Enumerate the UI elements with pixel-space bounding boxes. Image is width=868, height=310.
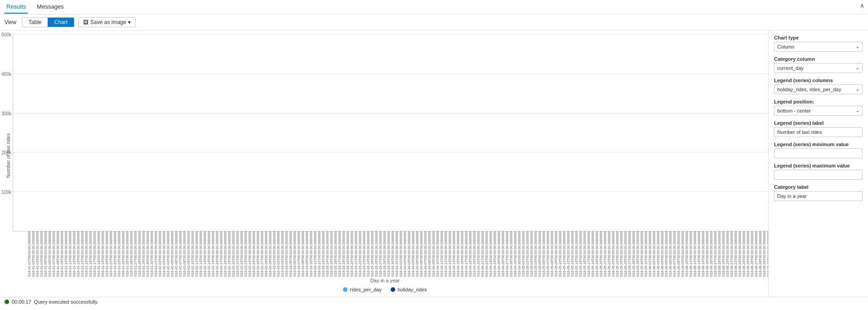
x-axis-label: 2016-05-25T00:00:00.0000000 bbox=[619, 231, 623, 277]
legend-position-select[interactable]: bottom - center top - center left - cent… bbox=[774, 106, 863, 116]
x-axis-label: 2016-06-01T00:00:00.0000000 bbox=[648, 231, 652, 277]
x-axis-label: 2016-05-10T00:00:00.0000000 bbox=[558, 231, 562, 277]
dropdown-arrow-icon: ▾ bbox=[128, 19, 131, 25]
x-axis-label: 2016-06-06T00:00:00.0000000 bbox=[668, 231, 672, 277]
x-axis-label: 2016-06-30T00:00:00.0000000 bbox=[766, 231, 768, 277]
status-time: 00:00:17 bbox=[12, 299, 31, 305]
x-axis-label: 2016-03-21T00:00:00.0000000 bbox=[354, 231, 358, 277]
x-axis-label: 2016-01-20T00:00:00.0000000 bbox=[105, 231, 109, 277]
status-dot bbox=[5, 300, 9, 304]
x-axis-label: 2016-02-04T00:00:00.0000000 bbox=[166, 231, 170, 277]
x-axis-label: 2016-04-23T00:00:00.0000000 bbox=[489, 231, 493, 277]
x-axis-label: 2016-02-06T00:00:00.0000000 bbox=[174, 231, 178, 277]
tab-bar: Results Messages ∧ bbox=[0, 0, 868, 15]
x-axis-label: 2016-04-03T00:00:00.0000000 bbox=[407, 231, 411, 277]
x-axis-label: 2016-01-26T00:00:00.0000000 bbox=[129, 231, 133, 277]
x-axis-label: 2016-05-04T00:00:00.0000000 bbox=[534, 231, 538, 277]
x-axis-label: 2016-04-24T00:00:00.0000000 bbox=[493, 231, 497, 277]
legend-series-columns-select[interactable]: holiday_rides, rides_per_day bbox=[774, 84, 863, 94]
x-axis-label: 2016-01-13T00:00:00.0000000 bbox=[76, 231, 80, 277]
legend-series-label-label: Legend (series) label bbox=[774, 120, 863, 126]
x-axis-label: 2016-03-03T00:00:00.0000000 bbox=[280, 231, 284, 277]
category-column-select[interactable]: current_day bbox=[774, 63, 863, 73]
x-axis-label: 2016-05-03T00:00:00.0000000 bbox=[530, 231, 534, 277]
x-axis-label: 2016-04-07T00:00:00.0000000 bbox=[423, 231, 427, 277]
legend-min-field: Legend (series) minimum value bbox=[774, 142, 863, 158]
x-axis-label: 2016-04-11T00:00:00.0000000 bbox=[440, 231, 444, 277]
legend-dot-holiday bbox=[391, 287, 395, 292]
x-axis-label: 2016-03-19T00:00:00.0000000 bbox=[346, 231, 350, 277]
legend-series-columns-field: Legend (series) columns holiday_rides, r… bbox=[774, 78, 863, 94]
x-axis-label: 2016-05-31T00:00:00.0000000 bbox=[644, 231, 648, 277]
status-message: Query executed successfully. bbox=[34, 299, 98, 305]
x-axis-label: 2016-01-25T00:00:00.0000000 bbox=[125, 231, 129, 277]
x-axis-label: 2016-03-15T00:00:00.0000000 bbox=[329, 231, 333, 277]
x-axis-label: 2016-01-22T00:00:00.0000000 bbox=[113, 231, 117, 277]
chart-plot: 500k 400k 300k 200k bbox=[13, 34, 768, 231]
x-axis-label: 2016-02-20T00:00:00.0000000 bbox=[231, 231, 235, 277]
x-axis-label: 2016-01-12T00:00:00.0000000 bbox=[72, 231, 76, 277]
legend-max-field: Legend (series) maximum value bbox=[774, 163, 863, 180]
x-axis-label: 2016-01-18T00:00:00.0000000 bbox=[97, 231, 101, 277]
category-label-input[interactable] bbox=[774, 191, 863, 201]
x-axis-label: 2016-05-13T00:00:00.0000000 bbox=[570, 231, 574, 277]
category-label-label: Category label bbox=[774, 184, 863, 190]
x-axis-label: 2016-02-15T00:00:00.0000000 bbox=[211, 231, 215, 277]
x-axis-label: 2016-06-15T00:00:00.0000000 bbox=[705, 231, 709, 277]
x-axis-label: 2016-05-05T00:00:00.0000000 bbox=[538, 231, 542, 277]
x-axis-label: 2016-06-09T00:00:00.0000000 bbox=[681, 231, 685, 277]
x-axis-label: 2016-06-24T00:00:00.0000000 bbox=[742, 231, 746, 277]
x-axis-label: 2016-04-14T00:00:00.0000000 bbox=[452, 231, 456, 277]
x-axis-label: 2016-02-02T00:00:00.0000000 bbox=[158, 231, 162, 277]
x-axis-label: 2016-01-01T00:00:00.0000000 bbox=[27, 231, 31, 277]
x-axis-label: 2016-06-29T00:00:00.0000000 bbox=[762, 231, 766, 277]
legend-rides-per-day: rides_per_day bbox=[343, 287, 382, 292]
x-axis-label: 2016-05-16T00:00:00.0000000 bbox=[583, 231, 587, 277]
x-axis-label: 2016-04-09T00:00:00.0000000 bbox=[432, 231, 436, 277]
chart-area: Number of taxi rides 500k 400k bbox=[0, 30, 768, 297]
x-axis-label: 2016-02-12T00:00:00.0000000 bbox=[199, 231, 203, 277]
legend-max-input[interactable] bbox=[774, 170, 863, 180]
x-axis-label: 2016-02-24T00:00:00.0000000 bbox=[248, 231, 252, 277]
x-axis-label: 2016-03-22T00:00:00.0000000 bbox=[358, 231, 362, 277]
x-axis-label: 2016-06-25T00:00:00.0000000 bbox=[746, 231, 750, 277]
table-button[interactable]: Table bbox=[22, 18, 48, 27]
x-axis-label: 2016-01-28T00:00:00.0000000 bbox=[137, 231, 142, 277]
tab-results[interactable]: Results bbox=[5, 0, 28, 14]
chart-type-select[interactable]: Column Bar Line Area Scatter Pie bbox=[774, 42, 863, 52]
legend-position-field: Legend position: bottom - center top - c… bbox=[774, 99, 863, 116]
x-axis-label: 2016-03-01T00:00:00.0000000 bbox=[272, 231, 276, 277]
legend-area: rides_per_day holiday_rides bbox=[4, 284, 766, 295]
x-axis-label: 2016-05-14T00:00:00.0000000 bbox=[574, 231, 579, 277]
x-axis-label: 2016-01-02T00:00:00.0000000 bbox=[31, 231, 35, 277]
x-axis-label: 2016-04-01T00:00:00.0000000 bbox=[399, 231, 403, 277]
x-axis-label: 2016-05-24T00:00:00.0000000 bbox=[615, 231, 619, 277]
legend-max-label: Legend (series) maximum value bbox=[774, 163, 863, 168]
x-axis-label: 2016-01-30T00:00:00.0000000 bbox=[146, 231, 150, 277]
x-axis-label: 2016-06-04T00:00:00.0000000 bbox=[660, 231, 664, 277]
x-axis-label: 2016-05-28T00:00:00.0000000 bbox=[632, 231, 636, 277]
x-axis-label: 2016-05-07T00:00:00.0000000 bbox=[546, 231, 550, 277]
chart-inner: 500k 400k 300k 200k bbox=[13, 34, 768, 277]
x-axis-label: 2016-05-20T00:00:00.0000000 bbox=[599, 231, 603, 277]
x-axis-label: 2016-03-17T00:00:00.0000000 bbox=[338, 231, 342, 277]
x-axis-label: 2016-06-07T00:00:00.0000000 bbox=[672, 231, 677, 277]
legend-min-input[interactable] bbox=[774, 148, 863, 158]
category-column-select-wrapper: current_day bbox=[774, 63, 863, 73]
x-axis-label: 2016-01-15T00:00:00.0000000 bbox=[84, 231, 88, 277]
collapse-button[interactable]: ∧ bbox=[860, 2, 864, 9]
save-as-image-button[interactable]: 🖼 Save as image ▾ bbox=[78, 17, 136, 27]
x-axis-label: 2016-04-16T00:00:00.0000000 bbox=[460, 231, 464, 277]
x-axis-label: 2016-03-29T00:00:00.0000000 bbox=[387, 231, 391, 277]
status-bar: 00:00:17 Query executed successfully. bbox=[0, 297, 868, 306]
legend-series-label-input[interactable] bbox=[774, 127, 863, 137]
chart-button[interactable]: Chart bbox=[48, 18, 74, 27]
legend-series-label-field: Legend (series) label bbox=[774, 120, 863, 137]
x-axis-label: 2016-06-05T00:00:00.0000000 bbox=[664, 231, 668, 277]
x-axis-label: 2016-04-18T00:00:00.0000000 bbox=[468, 231, 472, 277]
x-axis-label: 2016-02-07T00:00:00.0000000 bbox=[178, 231, 182, 277]
view-toggle-group: Table Chart bbox=[22, 17, 74, 27]
x-axis-label: 2016-01-23T00:00:00.0000000 bbox=[117, 231, 121, 277]
tab-messages[interactable]: Messages bbox=[35, 0, 65, 14]
x-axis-label: 2016-04-25T00:00:00.0000000 bbox=[497, 231, 501, 277]
